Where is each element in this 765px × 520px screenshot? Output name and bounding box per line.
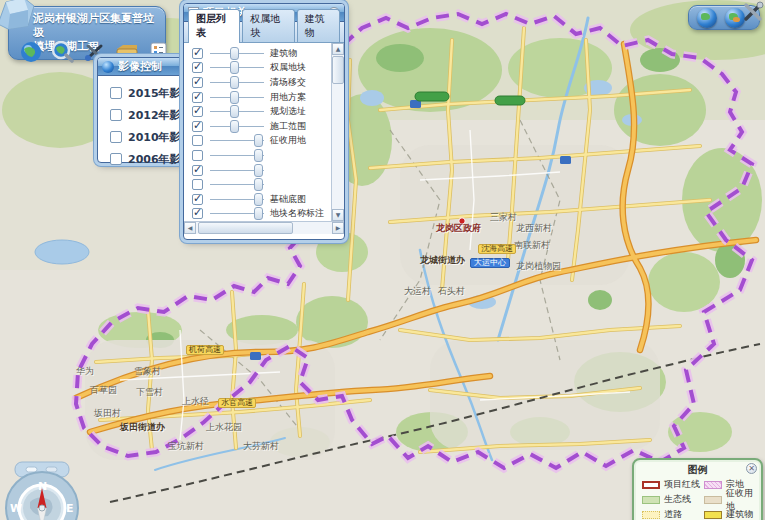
tab-layer-list[interactable]: 图层列表 [188, 9, 240, 43]
slider-handle[interactable] [230, 47, 239, 60]
imagery-checkbox[interactable] [110, 131, 122, 143]
layer-checkbox[interactable] [192, 92, 203, 103]
layer-checkbox[interactable] [192, 62, 203, 73]
layer-label: 征收用地 [270, 134, 306, 147]
map-label: 百草园 [90, 386, 117, 395]
legend-header: 图例 ✕ [634, 460, 761, 475]
layer-row[interactable]: 规划选址 [184, 104, 331, 119]
legend-panel: 图例 ✕ 项目红线生态线道路宗地征收用地建筑物 [632, 458, 763, 520]
map-label: 坂田街道办 [120, 423, 165, 432]
opacity-slider[interactable] [210, 120, 264, 133]
map-label: 坂田村 [94, 409, 121, 418]
legend-item: 项目红线 [642, 477, 704, 492]
slider-handle[interactable] [254, 164, 263, 177]
tab-ownership-parcels[interactable]: 权属地块 [242, 9, 294, 42]
tab-buildings[interactable]: 建筑物 [297, 9, 340, 42]
legend-swatch-icon [642, 496, 660, 504]
legend-item: 征收用地 [704, 492, 761, 507]
zoom-button[interactable] [46, 467, 57, 472]
opacity-slider[interactable] [210, 61, 264, 74]
scroll-left-icon[interactable]: ◀ [184, 222, 196, 234]
layer-row[interactable]: 基础底图 [184, 192, 331, 207]
compass-control[interactable]: N W E S [2, 450, 82, 520]
map-label: 大运村 [404, 287, 431, 296]
imagery-checkbox[interactable] [110, 153, 122, 165]
opacity-slider[interactable] [210, 91, 264, 104]
opacity-slider[interactable] [210, 76, 264, 89]
layer-label: 建筑物 [270, 47, 297, 60]
tools-icon[interactable] [741, 0, 765, 28]
layer-row[interactable]: 地块名称标注 [184, 207, 331, 221]
search-globe-icon[interactable] [51, 41, 75, 63]
slider-handle[interactable] [254, 193, 263, 206]
map-label: 上水径 [182, 397, 209, 406]
road-shield-icon [250, 352, 261, 360]
map-label: 龙西新村 [516, 224, 552, 233]
slider-handle[interactable] [230, 120, 239, 133]
legend-swatch-icon [642, 481, 660, 489]
road-shield-icon [560, 156, 571, 164]
imagery-checkbox[interactable] [110, 109, 122, 121]
map-label: 华为 [76, 367, 94, 376]
layer-checkbox[interactable] [192, 106, 203, 117]
layer-checkbox[interactable] [192, 135, 203, 146]
layer-label: 地块名称标注 [270, 207, 324, 220]
legend-item: 建筑物 [704, 507, 761, 520]
layer-row[interactable]: 建筑物 [184, 46, 331, 61]
scroll-right-icon[interactable]: ▶ [332, 222, 344, 234]
opacity-slider[interactable] [210, 149, 264, 162]
slider-handle[interactable] [230, 61, 239, 74]
scroll-down-icon[interactable]: ▼ [332, 209, 344, 221]
zoom-button[interactable] [26, 467, 37, 472]
opacity-slider[interactable] [210, 105, 264, 118]
layer-label: 清场移交 [270, 76, 306, 89]
legend-label: 建筑物 [726, 508, 753, 520]
slider-handle[interactable] [254, 134, 263, 147]
slider-handle[interactable] [230, 91, 239, 104]
imagery-checkbox[interactable] [110, 87, 122, 99]
opacity-slider[interactable] [210, 207, 264, 220]
layer-row[interactable]: 权属地块 [184, 61, 331, 76]
vertical-scrollbar[interactable]: ▲ ▼ [331, 43, 344, 221]
layer-row[interactable] [184, 163, 331, 178]
globe-dark-icon[interactable] [697, 8, 717, 28]
layer-checkbox[interactable] [192, 194, 203, 205]
scenic-pill-icon [495, 96, 525, 105]
opacity-slider[interactable] [210, 134, 264, 147]
opacity-slider[interactable] [210, 164, 264, 177]
horizontal-scrollbar[interactable]: ◀ ▶ [184, 221, 344, 234]
layer-row[interactable]: 清场移交 [184, 75, 331, 90]
map-label: 下雪村 [136, 388, 163, 397]
layer-checkbox[interactable] [192, 165, 203, 176]
slider-handle[interactable] [230, 105, 239, 118]
opacity-slider[interactable] [210, 47, 264, 60]
close-icon[interactable]: ✕ [746, 463, 757, 474]
layer-checkbox[interactable] [192, 179, 203, 190]
slider-handle[interactable] [254, 178, 263, 191]
slider-handle[interactable] [254, 207, 263, 220]
scrollbar-thumb[interactable] [332, 56, 344, 84]
layer-checkbox[interactable] [192, 48, 203, 59]
map-label: 雪象村 [134, 367, 161, 376]
layer-row[interactable] [184, 177, 331, 192]
layer-row[interactable]: 征收用地 [184, 134, 331, 149]
opacity-slider[interactable] [210, 193, 264, 206]
map-label: 大运中心 [470, 258, 510, 268]
compass-west-label: W [10, 502, 22, 515]
scroll-up-icon[interactable]: ▲ [332, 43, 344, 55]
layer-checkbox[interactable] [192, 150, 203, 161]
map-label: 龙城街道办 [420, 256, 465, 265]
scrollbar-thumb[interactable] [198, 222, 293, 234]
layer-list-area: 建筑物权属地块清场移交用地方案规划选址施工范围征收用地基础底图地块名称标注 ▲ … [184, 43, 344, 221]
layer-row[interactable]: 施工范围 [184, 119, 331, 134]
slider-handle[interactable] [230, 76, 239, 89]
layer-checkbox[interactable] [192, 208, 203, 219]
layer-row[interactable]: 用地方案 [184, 90, 331, 105]
layer-checkbox[interactable] [192, 77, 203, 88]
layer-row[interactable] [184, 148, 331, 163]
layer-label: 规划选址 [270, 105, 306, 118]
layer-checkbox[interactable] [192, 121, 203, 132]
opacity-slider[interactable] [210, 178, 264, 191]
slider-handle[interactable] [254, 149, 263, 162]
globe-icon[interactable] [19, 41, 43, 63]
